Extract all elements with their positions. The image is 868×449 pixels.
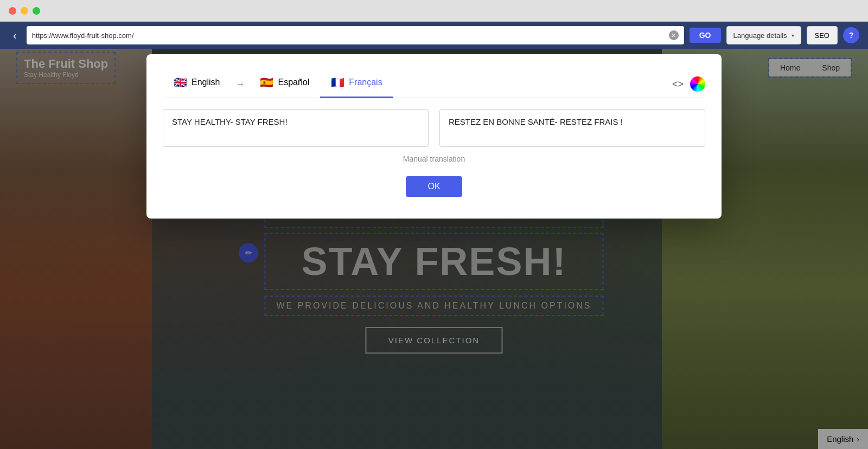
- chevron-down-icon: ▾: [792, 33, 794, 39]
- espanol-flag-icon: 🇪🇸: [260, 76, 273, 89]
- seo-button[interactable]: SEO: [807, 26, 838, 44]
- color-picker-icon[interactable]: [690, 76, 705, 92]
- ok-button[interactable]: OK: [406, 176, 462, 197]
- url-text: https://www.floyd-fruit-shop.com/: [32, 31, 665, 40]
- manual-translation-label: Manual translation: [163, 155, 705, 163]
- go-button[interactable]: GO: [690, 28, 721, 43]
- modal-ok-row: OK: [163, 176, 705, 197]
- back-button[interactable]: ‹: [9, 27, 21, 44]
- traffic-lights: [9, 7, 40, 15]
- francais-flag-icon: 🇫🇷: [331, 76, 344, 89]
- browser-toolbar: ‹ https://www.floyd-fruit-shop.com/ ✕ GO…: [0, 22, 868, 49]
- tab-francais-label: Français: [349, 78, 382, 87]
- website-area: The Fruit Shop Stay Healthy Floyd Home S…: [0, 49, 868, 449]
- modal-lang-tabs: 🇬🇧 English → 🇪🇸 Español 🇫🇷 Français <>: [163, 70, 705, 98]
- minimize-button[interactable]: [21, 7, 28, 15]
- tab-english[interactable]: 🇬🇧 English: [163, 70, 231, 98]
- source-text-input[interactable]: STAY HEALTHY- STAY FRESH!: [163, 109, 429, 147]
- translated-text-input[interactable]: RESTEZ EN BONNE SANTÉ- RESTEZ FRAIS !: [439, 109, 705, 147]
- language-details-dropdown[interactable]: Language details ▾: [726, 26, 801, 44]
- url-clear-button[interactable]: ✕: [669, 30, 679, 40]
- help-button[interactable]: ?: [843, 27, 859, 43]
- modal-overlay: 🇬🇧 English → 🇪🇸 Español 🇫🇷 Français <>: [0, 49, 868, 449]
- mac-chrome: [0, 0, 868, 22]
- tab-espanol[interactable]: 🇪🇸 Español: [249, 70, 320, 98]
- fullscreen-button[interactable]: [33, 7, 40, 15]
- close-button[interactable]: [9, 7, 16, 15]
- translation-modal: 🇬🇧 English → 🇪🇸 Español 🇫🇷 Français <>: [146, 54, 722, 219]
- arrow-separator: →: [231, 79, 249, 90]
- url-bar: https://www.floyd-fruit-shop.com/ ✕: [27, 26, 684, 44]
- tab-espanol-label: Español: [278, 78, 309, 87]
- language-details-label: Language details: [733, 31, 787, 40]
- english-flag-icon: 🇬🇧: [174, 76, 187, 89]
- translation-row: STAY HEALTHY- STAY FRESH! RESTEZ EN BONN…: [163, 109, 705, 147]
- modal-icons: <>: [672, 76, 705, 92]
- tab-francais[interactable]: 🇫🇷 Français: [320, 70, 393, 98]
- code-icon[interactable]: <>: [672, 79, 684, 90]
- tab-english-label: English: [192, 78, 220, 87]
